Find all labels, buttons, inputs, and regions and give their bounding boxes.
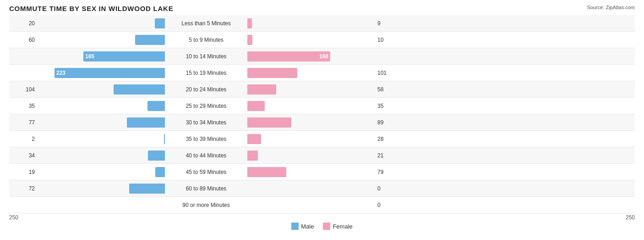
row-label: 90 or more Minutes xyxy=(165,202,247,208)
female-bar-wrap xyxy=(247,84,376,95)
female-bar-wrap xyxy=(247,101,376,111)
male-inside-label: 223 xyxy=(55,70,67,76)
axis-left-label: 250 xyxy=(9,214,18,221)
female-bar xyxy=(247,101,265,111)
female-value: 35 xyxy=(376,103,403,109)
female-bar-wrap xyxy=(247,151,376,161)
female-bar xyxy=(247,68,297,78)
row-label: 40 to 44 Minutes xyxy=(165,152,247,159)
male-bar xyxy=(127,117,165,128)
male-bar xyxy=(155,18,165,28)
female-bar: 168 xyxy=(247,51,330,61)
male-bar-wrap xyxy=(37,84,165,95)
male-bar-wrap xyxy=(37,151,165,161)
row-label: 30 to 34 Minutes xyxy=(165,119,247,126)
female-bar xyxy=(247,134,261,144)
female-value: 101 xyxy=(376,70,403,76)
chart-container: COMMUTE TIME BY SEX IN WILDWOOD LAKE Sou… xyxy=(0,0,644,240)
female-value: 0 xyxy=(376,185,403,192)
table-row: 90 or more Minutes0 xyxy=(9,197,635,213)
female-bar-wrap xyxy=(247,35,376,45)
female-value: 0 xyxy=(376,202,403,208)
female-value: 28 xyxy=(376,136,403,142)
female-bar-wrap xyxy=(247,18,376,28)
female-inside-label: 168 xyxy=(317,53,330,60)
female-bar xyxy=(247,18,252,28)
male-bar-wrap xyxy=(37,134,165,144)
table-row: 16510 to 14 Minutes168 xyxy=(9,48,635,65)
row-label: 10 to 14 Minutes xyxy=(165,53,247,60)
female-bar xyxy=(247,84,276,95)
female-value: 89 xyxy=(376,119,403,126)
source-label: Source: ZipAtlas.com xyxy=(587,5,635,10)
female-bar-wrap xyxy=(247,167,376,177)
row-label: 60 to 89 Minutes xyxy=(165,185,247,192)
male-bar-wrap: 223 xyxy=(37,68,165,78)
row-label: 20 to 24 Minutes xyxy=(165,86,247,93)
female-bar xyxy=(247,151,258,161)
legend-male-box xyxy=(291,223,299,230)
male-value: 19 xyxy=(9,169,37,175)
male-bar: 165 xyxy=(83,51,165,61)
table-row: 22315 to 19 Minutes101 xyxy=(9,65,635,81)
male-value: 60 xyxy=(9,37,37,43)
table-row: 1945 to 59 Minutes79 xyxy=(9,164,635,180)
male-value: 2 xyxy=(9,136,37,142)
legend-male-label: Male xyxy=(301,223,314,230)
row-label: 35 to 39 Minutes xyxy=(165,136,247,142)
table-row: 7730 to 34 Minutes89 xyxy=(9,114,635,131)
female-bar xyxy=(247,167,286,177)
female-bar-wrap: 168 xyxy=(247,51,376,61)
female-bar-wrap xyxy=(247,134,376,144)
female-value: 9 xyxy=(376,20,403,27)
legend-female: Female xyxy=(323,223,352,230)
table-row: 3525 to 29 Minutes35 xyxy=(9,98,635,114)
legend-female-box xyxy=(323,223,330,230)
male-bar-wrap xyxy=(37,35,165,45)
table-row: 3440 to 44 Minutes21 xyxy=(9,147,635,164)
legend-male: Male xyxy=(291,223,314,230)
male-bar-wrap xyxy=(37,117,165,128)
male-bar xyxy=(147,101,165,111)
female-bar xyxy=(247,35,252,45)
female-value: 79 xyxy=(376,169,403,175)
table-row: 235 to 39 Minutes28 xyxy=(9,131,635,147)
male-bar: 223 xyxy=(55,68,165,78)
male-value: 77 xyxy=(9,119,37,126)
female-bar-wrap xyxy=(247,68,376,78)
male-bar-wrap xyxy=(37,184,165,194)
male-bar xyxy=(155,167,165,177)
axis-right-label: 250 xyxy=(626,214,635,221)
male-value: 104 xyxy=(9,86,37,93)
male-bar-wrap xyxy=(37,101,165,111)
row-label: 15 to 19 Minutes xyxy=(165,70,247,76)
male-value: 34 xyxy=(9,152,37,159)
male-bar xyxy=(148,151,165,161)
male-value: 72 xyxy=(9,185,37,192)
chart-legend: Male Female xyxy=(9,223,635,230)
row-label: 45 to 59 Minutes xyxy=(165,169,247,175)
chart-title: COMMUTE TIME BY SEX IN WILDWOOD LAKE xyxy=(9,5,635,12)
row-label: 5 to 9 Minutes xyxy=(165,37,247,43)
male-value: 35 xyxy=(9,103,37,109)
male-inside-label: 165 xyxy=(83,53,96,60)
row-label: Less than 5 Minutes xyxy=(165,20,247,27)
table-row: 7260 to 89 Minutes0 xyxy=(9,180,635,197)
male-bar xyxy=(129,184,165,194)
female-value: 10 xyxy=(376,37,403,43)
female-value: 21 xyxy=(376,152,403,159)
axis-labels: 250 250 xyxy=(9,214,635,221)
male-bar-wrap xyxy=(37,18,165,28)
chart-rows: 20Less than 5 Minutes9605 to 9 Minutes10… xyxy=(9,15,635,213)
male-bar-wrap xyxy=(37,167,165,177)
table-row: 10420 to 24 Minutes58 xyxy=(9,81,635,98)
male-bar xyxy=(114,84,165,95)
male-bar-wrap: 165 xyxy=(37,51,165,61)
female-value: 58 xyxy=(376,86,403,93)
table-row: 20Less than 5 Minutes9 xyxy=(9,15,635,32)
male-value: 20 xyxy=(9,20,37,27)
legend-female-label: Female xyxy=(333,223,352,230)
male-bar xyxy=(135,35,165,45)
female-bar-wrap xyxy=(247,117,376,128)
female-bar xyxy=(247,117,291,128)
